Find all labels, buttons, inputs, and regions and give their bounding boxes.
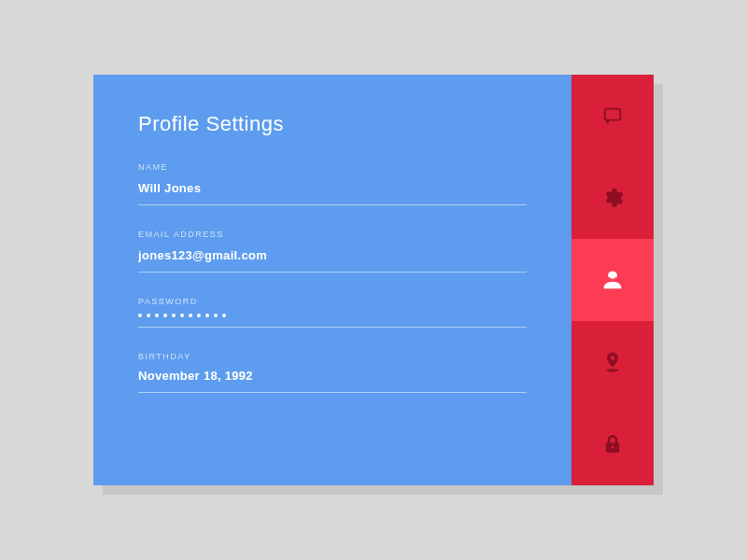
user-icon [599, 267, 626, 293]
sidebar-item-settings[interactable] [571, 157, 654, 239]
svg-rect-0 [605, 109, 621, 120]
sidebar-item-profile[interactable] [571, 239, 654, 321]
password-input[interactable] [138, 314, 527, 328]
settings-card: Profile Settings NAME EMAIL ADDRESS PASS… [93, 75, 654, 485]
gear-icon [601, 187, 624, 209]
name-label: NAME [138, 162, 527, 172]
email-input[interactable] [138, 248, 527, 273]
chat-icon [602, 105, 623, 126]
location-icon [602, 351, 623, 373]
main-panel: Profile Settings NAME EMAIL ADDRESS PASS… [93, 75, 571, 485]
password-label: PASSWORD [138, 297, 527, 306]
birthday-label: BIRTHDAY [138, 352, 527, 361]
name-field-group: NAME [138, 162, 527, 205]
lock-icon [604, 434, 621, 455]
sidebar-item-location[interactable] [571, 321, 654, 403]
sidebar-item-security[interactable] [571, 403, 654, 485]
svg-point-2 [607, 369, 619, 372]
password-field-group: PASSWORD [138, 297, 527, 328]
sidebar-nav [571, 75, 654, 485]
name-input[interactable] [138, 181, 527, 205]
sidebar-item-chat[interactable] [571, 75, 654, 157]
svg-point-4 [612, 446, 614, 449]
page-title: Profile Settings [138, 112, 527, 136]
birthday-field-group: BIRTHDAY November 18, 1992 [138, 352, 527, 393]
birthday-input[interactable]: November 18, 1992 [138, 369, 527, 393]
email-label: EMAIL ADDRESS [138, 230, 527, 239]
email-field-group: EMAIL ADDRESS [138, 230, 527, 273]
